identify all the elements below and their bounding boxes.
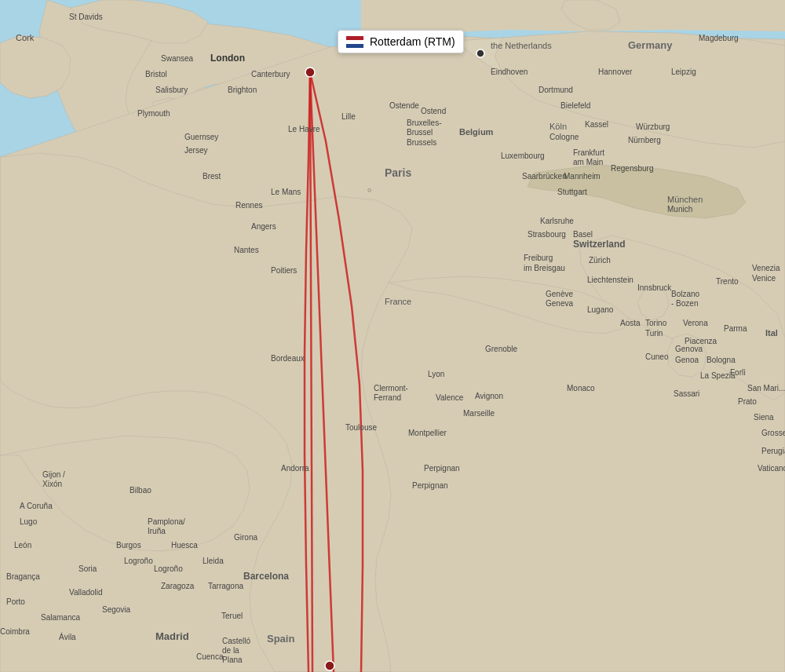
svg-text:Brest: Brest (203, 172, 221, 181)
svg-text:Cologne: Cologne (550, 133, 579, 141)
svg-text:Ital: Ital (765, 328, 778, 338)
svg-text:Lyon: Lyon (428, 370, 444, 378)
rotterdam-tooltip: Rotterdam (RTM) (338, 30, 464, 53)
map-container: Cork St Davids Swansea Bristol Salisbury… (0, 0, 785, 672)
svg-text:Sassari: Sassari (674, 389, 699, 398)
svg-text:Perpignan: Perpignan (412, 481, 448, 490)
svg-text:Gijon /: Gijon / (42, 470, 65, 479)
svg-text:München: München (667, 195, 703, 204)
svg-text:Avignon: Avignon (475, 392, 503, 400)
svg-text:Saarbrücken: Saarbrücken (522, 172, 567, 181)
svg-rect-139 (346, 36, 363, 40)
svg-text:Prato: Prato (738, 397, 757, 406)
svg-text:Spain: Spain (267, 633, 294, 645)
svg-text:Cork: Cork (16, 33, 35, 42)
svg-text:Karlsruhe: Karlsruhe (540, 217, 574, 225)
svg-text:León: León (14, 541, 31, 550)
svg-text:Marseille: Marseille (463, 409, 495, 418)
svg-text:Toulouse: Toulouse (345, 423, 377, 432)
svg-text:Leipzig: Leipzig (671, 68, 696, 76)
svg-text:Turin: Turin (645, 329, 663, 338)
svg-text:Basel: Basel (573, 230, 593, 239)
svg-text:Bordeaux: Bordeaux (271, 354, 305, 363)
svg-text:San Mari...: San Mari... (747, 384, 785, 393)
svg-text:Dortmund: Dortmund (539, 86, 573, 94)
tooltip-text: Rotterdam (RTM) (370, 35, 455, 48)
svg-text:Switzerland: Switzerland (573, 239, 626, 250)
svg-text:Nürnberg: Nürnberg (628, 136, 661, 144)
svg-text:Monaco: Monaco (567, 384, 595, 393)
svg-text:Montpellier: Montpellier (408, 429, 447, 437)
svg-text:London: London (210, 53, 245, 64)
svg-rect-141 (346, 44, 363, 48)
netherlands-flag-icon (346, 36, 363, 48)
svg-text:Brussels: Brussels (407, 138, 436, 147)
svg-text:Regensburg: Regensburg (611, 164, 653, 173)
svg-text:Huesca: Huesca (171, 541, 198, 550)
svg-text:Brighton: Brighton (228, 86, 257, 94)
svg-text:Coimbra: Coimbra (0, 627, 30, 636)
svg-text:Geneva: Geneva (546, 299, 573, 308)
svg-text:Verona: Verona (683, 319, 708, 327)
svg-text:Iruña: Iruña (148, 527, 166, 535)
svg-text:Parma: Parma (724, 324, 747, 333)
svg-text:Bristol: Bristol (145, 70, 167, 79)
svg-text:A Coruña: A Coruña (20, 502, 53, 510)
svg-text:Guernsey: Guernsey (184, 133, 218, 141)
svg-text:Lugano: Lugano (587, 305, 614, 314)
svg-text:Bolzano: Bolzano (671, 290, 700, 298)
svg-text:Perugia: Perugia (761, 447, 785, 455)
svg-point-3 (305, 68, 315, 77)
svg-text:Salisbury: Salisbury (155, 86, 188, 94)
svg-text:Canterbury: Canterbury (251, 70, 290, 79)
svg-text:Trento: Trento (716, 277, 739, 286)
svg-text:Burgos: Burgos (116, 541, 141, 550)
svg-text:La Spezia: La Spezia (700, 371, 736, 380)
svg-text:Bielefeld: Bielefeld (560, 101, 590, 110)
map-svg: Cork St Davids Swansea Bristol Salisbury… (0, 0, 785, 672)
svg-text:the Netherlands: the Netherlands (491, 41, 552, 50)
svg-text:Le Havre: Le Havre (288, 125, 320, 133)
svg-text:Paris: Paris (385, 166, 411, 179)
svg-text:Kassel: Kassel (585, 120, 608, 129)
svg-text:Innsbruck: Innsbruck (637, 283, 672, 292)
svg-text:Ferrand: Ferrand (374, 393, 401, 402)
svg-text:Belgium: Belgium (459, 127, 494, 137)
svg-text:im Breisgau: im Breisgau (524, 264, 565, 272)
svg-text:Genoa: Genoa (675, 356, 699, 364)
svg-text:France: France (385, 297, 411, 306)
svg-text:Würzburg: Würzburg (636, 122, 670, 131)
svg-text:Köln: Köln (550, 122, 567, 131)
svg-point-4 (325, 661, 334, 670)
svg-text:Genova: Genova (675, 345, 703, 353)
svg-text:Castelló: Castelló (222, 637, 251, 645)
svg-text:Logroño: Logroño (154, 564, 183, 573)
svg-text:Cuenca: Cuenca (196, 652, 224, 661)
svg-text:Xixón: Xixón (42, 480, 62, 488)
svg-text:Plana: Plana (222, 656, 243, 664)
svg-text:Cuneo: Cuneo (645, 352, 669, 361)
svg-text:Lugo: Lugo (20, 517, 38, 526)
svg-text:Soria: Soria (78, 564, 97, 573)
svg-text:Mannheim: Mannheim (564, 172, 601, 181)
svg-text:Genève: Genève (546, 290, 573, 298)
svg-text:Pamplona/: Pamplona/ (148, 517, 185, 526)
svg-text:Clermont-: Clermont- (374, 384, 408, 393)
svg-text:Germany: Germany (628, 39, 673, 51)
svg-text:Frankfurt: Frankfurt (573, 148, 604, 157)
svg-text:Brussel: Brussel (407, 128, 433, 137)
svg-text:Hannover: Hannover (598, 68, 633, 76)
svg-text:Bologna: Bologna (706, 356, 736, 364)
svg-text:Jersey: Jersey (184, 146, 207, 155)
svg-text:Nantes: Nantes (234, 246, 259, 254)
svg-text:Poitiers: Poitiers (271, 266, 297, 275)
svg-text:Salamanca: Salamanca (41, 613, 80, 622)
svg-text:Vaticano: Vaticano (758, 464, 785, 473)
svg-text:Andorra: Andorra (281, 464, 309, 473)
svg-text:Eindhoven: Eindhoven (491, 68, 528, 76)
svg-text:Strasbourg: Strasbourg (528, 230, 566, 239)
svg-text:Madrid: Madrid (155, 630, 189, 642)
svg-text:Siena: Siena (754, 413, 774, 422)
svg-text:Barcelona: Barcelona (243, 571, 289, 582)
svg-point-5 (476, 49, 484, 57)
